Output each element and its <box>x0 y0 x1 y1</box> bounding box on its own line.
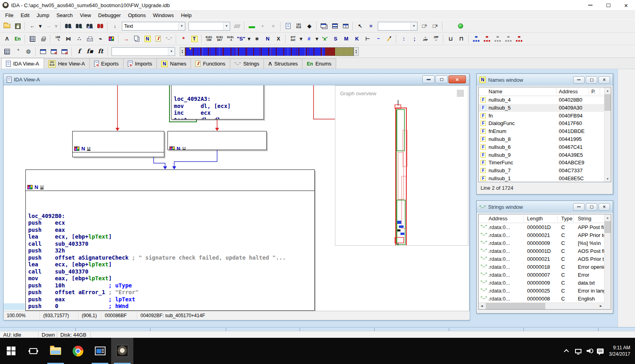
table-row[interactable]: Fnullsub_4004028B0 <box>479 96 611 104</box>
table-row[interactable]: "...".rdata:0...00000018CError opening d… <box>479 263 611 271</box>
graph-setup-button[interactable]: ⌁ <box>95 34 106 44</box>
file-explorer-taskbar-icon[interactable] <box>44 338 67 364</box>
table-row[interactable]: FfnEnum0041DBDE <box>479 127 611 135</box>
basic-block-loc-4092A3[interactable]: loc_4092A3:mov dl, [ecx]inc ecxtest dl, … <box>171 85 264 119</box>
search-value-combobox[interactable]: ▼ <box>189 22 230 31</box>
code-line[interactable] <box>28 206 312 213</box>
delete-desktop-button[interactable]: □ˣ <box>430 21 441 31</box>
start-button[interactable] <box>0 338 22 364</box>
column-address[interactable]: Address <box>559 89 578 94</box>
code-line[interactable]: call sub_403370 <box>28 241 312 248</box>
block-color-icon[interactable] <box>27 185 33 189</box>
create-function-button[interactable]: f <box>74 46 85 57</box>
search-values-button[interactable]: # <box>63 21 73 31</box>
block-color-icon[interactable] <box>169 146 175 150</box>
code-line[interactable]: push ecx <box>28 220 312 227</box>
strings-horizontal-scrollbar[interactable]: ◀ ▶ <box>479 302 604 309</box>
open-file-button[interactable] <box>2 21 12 31</box>
chevron-down-icon[interactable]: ▼ <box>178 22 185 30</box>
text-view-button[interactable] <box>283 21 293 31</box>
strings-restore-button[interactable] <box>586 203 597 211</box>
names-window-titlebar[interactable]: N Names window × <box>477 74 613 86</box>
rename-button[interactable]: N <box>262 34 273 44</box>
basic-block-loc-4092B0[interactable]: N ⊔ loc_4092B0:push ecxpush eaxlea ecx, … <box>25 169 315 311</box>
delete-item-button[interactable]: × <box>268 21 279 31</box>
minimize-button[interactable] <box>581 0 599 10</box>
negate-button[interactable]: ~ <box>373 34 384 44</box>
notification-center-icon[interactable] <box>595 338 606 364</box>
scroll-thumb[interactable] <box>604 94 611 111</box>
table-row[interactable]: Fnullsub_800441995 <box>479 135 611 143</box>
make-name-button[interactable]: N <box>142 34 153 44</box>
print-graph-button[interactable] <box>85 34 95 44</box>
volume-icon[interactable] <box>584 338 595 364</box>
search-again-button[interactable] <box>95 21 106 31</box>
structures-button[interactable]: Λ <box>2 34 12 44</box>
stack-var-button[interactable]: K <box>352 34 362 44</box>
ida-view-close-button[interactable]: × <box>448 75 466 83</box>
names-list[interactable]: Name Address P. Fnullsub_4004028B0Fnulls… <box>478 87 611 182</box>
script-file-button[interactable] <box>444 21 455 31</box>
ida-view-titlebar[interactable]: IDA View-A × <box>4 74 469 85</box>
navband-track[interactable]: ▼ <box>185 47 354 56</box>
column-type[interactable]: Type <box>561 216 572 221</box>
tile-windows-button[interactable] <box>329 21 340 31</box>
make-text-button[interactable]: T <box>189 34 200 44</box>
code-line[interactable]: call ds:MessageBoxA <box>28 310 312 311</box>
names-close-button[interactable]: × <box>598 76 610 84</box>
names-vertical-scrollbar[interactable]: ▲ ▼ <box>604 87 611 182</box>
make-data-button[interactable] <box>131 34 142 44</box>
code-line[interactable]: lea ecx, [ebp+lpText] <box>28 233 312 241</box>
pointer-jump-button[interactable]: ↖ <box>355 21 366 31</box>
window-list-button[interactable]: ≡ <box>366 21 376 31</box>
graph-overview-minimap[interactable] <box>335 86 468 245</box>
save-desktop-button[interactable]: □¹ <box>419 21 430 31</box>
ida-view-restore-button[interactable] <box>435 75 448 83</box>
segment-button[interactable]: S <box>330 34 341 44</box>
table-row[interactable]: Fnullsub_9004A39E5 <box>479 151 611 159</box>
ida-view-minimize-button[interactable] <box>422 75 435 83</box>
lock-segment-button[interactable] <box>38 34 48 44</box>
table-row[interactable]: FDialogFunc00417F60 <box>479 119 611 127</box>
array-button[interactable]: ∗ <box>252 34 262 44</box>
strings-close-button[interactable]: × <box>598 203 610 211</box>
block-name-icon[interactable]: N <box>81 146 85 151</box>
function-combobox[interactable]: ▼ <box>112 47 175 56</box>
names-column-header[interactable]: Name Address P. <box>479 87 611 96</box>
tile-vertical-button[interactable] <box>340 21 351 31</box>
code-line[interactable]: push 0 ; hWnd <box>28 303 312 310</box>
desktop-combobox[interactable]: ▼ <box>378 22 418 31</box>
code-line[interactable]: lea ecx, [ebp+lpText] <box>28 261 312 268</box>
menu-item-options[interactable]: Options <box>124 12 149 19</box>
semicolon-comment-button[interactable]: ; <box>409 34 420 44</box>
string-literal-dropdown[interactable]: ▾ <box>246 34 252 44</box>
number-dropdown[interactable]: ▾ <box>314 34 319 44</box>
strings-minimize-button[interactable] <box>573 203 585 211</box>
code-line[interactable]: push 32h <box>28 247 312 254</box>
navigate-forward-button[interactable]: → <box>43 21 54 31</box>
table-row[interactable]: "...".rdata:0...00000009Cdata.txt <box>479 279 611 287</box>
erase-button[interactable] <box>232 21 242 31</box>
menu-item-jump[interactable]: Jump <box>33 12 53 19</box>
table-row[interactable]: Fnullsub_500409A30 <box>479 104 611 112</box>
scroll-thumb[interactable] <box>604 221 611 233</box>
menu-item-debugger[interactable]: Debugger <box>94 12 124 19</box>
patch-program-button[interactable]: * <box>178 34 189 44</box>
strings-vertical-scrollbar[interactable]: ▲ ▼ <box>604 214 611 309</box>
block-collapse-icon[interactable]: ⊔ <box>40 185 44 189</box>
scroll-left-arrow[interactable]: ◀ <box>479 303 485 309</box>
make-function-button[interactable]: f <box>153 34 164 44</box>
search-type-combobox[interactable]: Text▼ <box>122 22 185 31</box>
menu-item-view[interactable]: View <box>76 12 94 19</box>
code-line[interactable]: mov eax, [ebp+lpText] <box>28 275 312 282</box>
code-line[interactable]: test dl, dl <box>174 117 261 120</box>
fit-graph-button[interactable]: ⋈ <box>63 34 74 44</box>
scroll-thumb[interactable] <box>486 303 545 309</box>
offset-dropdown[interactable]: ▾ <box>298 34 304 44</box>
make-string-button[interactable]: "..." <box>164 34 174 44</box>
data-0101-button[interactable]: 0101 DAT <box>214 34 225 44</box>
code-0101-button[interactable]: 0101 COD <box>204 34 214 44</box>
column-length[interactable]: Length <box>527 216 543 221</box>
hide-item-button[interactable]: ▬ <box>246 21 257 31</box>
menu-item-help[interactable]: Help <box>177 12 195 19</box>
